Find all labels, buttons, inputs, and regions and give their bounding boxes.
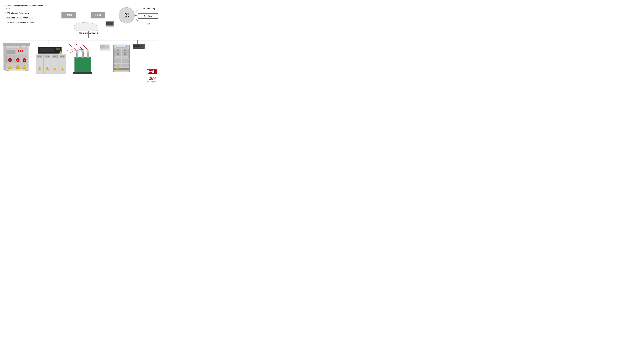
svg-rect-34 [6, 70, 9, 71]
switchgear-svg: ! ! ! [36, 47, 66, 74]
svg-point-16 [18, 50, 19, 52]
lv-panel-svg: ! [113, 44, 130, 74]
svg-text:!: ! [40, 69, 40, 70]
dms-box: DMS [62, 12, 76, 19]
transformer-svg [73, 46, 92, 75]
comms-device [106, 21, 114, 27]
adv-box-load-balancing: Load balancing [138, 6, 158, 11]
svg-rect-72 [73, 72, 92, 74]
svg-text:☠: ☠ [17, 59, 18, 61]
hes-box: HES [91, 12, 106, 19]
svg-rect-13 [20, 46, 26, 48]
svg-rect-14 [4, 45, 6, 70]
svg-marker-115 [147, 70, 154, 74]
mv-cabinet: ! ! ! ☠ ☠ ☠ [3, 43, 31, 72]
svg-rect-53 [40, 56, 41, 57]
svg-point-114 [142, 48, 142, 49]
svg-text:☠: ☠ [9, 59, 11, 61]
svg-rect-90 [104, 50, 107, 50]
bullet-item-4: Advanced LV Monitoring & Control [6, 21, 44, 24]
svg-point-88 [107, 46, 108, 47]
svg-rect-6 [106, 22, 113, 25]
svg-point-56 [48, 56, 50, 57]
router-svg [106, 21, 114, 27]
dms-hes-connector [76, 15, 90, 15]
mv-cabinet-svg: ! ! ! ☠ ☠ ☠ [3, 43, 31, 72]
svg-rect-100 [114, 60, 121, 63]
svg-point-8 [109, 26, 110, 26]
svg-rect-15 [6, 50, 15, 54]
svg-text:☠: ☠ [24, 59, 25, 61]
svg-rect-44 [56, 48, 60, 50]
lv-panel: ! [113, 44, 130, 73]
svg-point-7 [107, 26, 108, 26]
svg-point-55 [46, 56, 48, 57]
cloud-comms-network: Comms Network [72, 22, 105, 35]
rtu-device [100, 44, 110, 51]
svg-marker-116 [154, 70, 157, 74]
svg-rect-98 [114, 56, 121, 60]
znv-logo-svg [146, 69, 158, 76]
svg-rect-61 [60, 56, 62, 57]
bullet-list: MV Automation,Protection & Communication… [3, 5, 44, 26]
small-device-svg [133, 44, 145, 50]
znv-text: ZNV [146, 77, 158, 81]
rtu-svg [100, 44, 110, 52]
bullet-item-3: Over Head MV Line Automation [6, 17, 44, 19]
svg-point-76 [76, 52, 78, 53]
znv-logo: ZNV Making the Smart Grid Real [146, 69, 158, 83]
svg-rect-43 [40, 48, 54, 52]
adv-box-topology: Topology [138, 14, 158, 19]
svg-rect-89 [101, 50, 104, 50]
svg-rect-71 [75, 57, 91, 73]
comms-network-label: Comms Network [72, 32, 105, 35]
svg-point-9 [112, 26, 112, 26]
svg-point-84 [87, 52, 89, 53]
znv-tagline: Making the Smart Grid Real [146, 81, 158, 83]
svg-text:!: ! [47, 69, 48, 70]
svg-text:!: ! [17, 66, 18, 68]
svg-point-80 [82, 51, 84, 52]
small-device-top-right [133, 44, 145, 49]
svg-rect-103 [122, 64, 128, 67]
svg-point-17 [20, 50, 21, 52]
svg-rect-52 [38, 56, 39, 57]
transformer [73, 46, 92, 74]
svg-rect-93 [116, 45, 126, 47]
svg-text:!: ! [118, 68, 118, 69]
svg-rect-113 [140, 45, 144, 47]
svg-rect-58 [53, 56, 54, 57]
adv-apps-circle: Adv Apps [118, 7, 135, 24]
bullet-item-2: MV Switchgear Automation [6, 12, 44, 14]
svg-text:!: ! [55, 69, 55, 70]
svg-rect-101 [122, 60, 128, 63]
svg-rect-59 [55, 56, 56, 57]
svg-text:!: ! [60, 52, 61, 54]
bottom-section: ! ! ! ☠ ☠ ☠ [0, 43, 161, 81]
svg-rect-87 [101, 46, 106, 48]
svg-point-18 [22, 50, 24, 52]
svg-rect-106 [124, 50, 126, 51]
adv-box-avr: AVR [138, 21, 158, 26]
svg-rect-108 [124, 54, 126, 55]
svg-rect-99 [122, 56, 128, 60]
hes-adv-connector [106, 15, 118, 15]
switchgear-panel: ! ! ! [36, 47, 66, 73]
bullet-item-1: MV Automation,Protection & Communication… [6, 5, 44, 10]
svg-rect-105 [117, 50, 119, 51]
top-diagram: DMS HES Adv Apps Load balancing Topology… [50, 3, 158, 38]
svg-rect-35 [24, 70, 28, 71]
svg-text:!: ! [10, 66, 10, 68]
svg-text:!: ! [24, 66, 24, 68]
horizontal-bus [15, 40, 158, 41]
svg-rect-112 [134, 45, 140, 48]
svg-text:!: ! [62, 69, 63, 70]
cloud-svg [72, 22, 105, 33]
svg-rect-107 [117, 54, 119, 55]
svg-rect-62 [62, 56, 64, 57]
